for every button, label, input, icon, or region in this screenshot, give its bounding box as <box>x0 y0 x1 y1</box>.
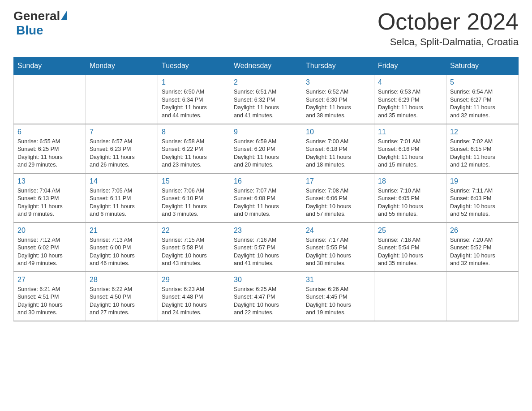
calendar-title: October 2024 <box>378 9 519 34</box>
day-info: Sunrise: 7:15 AM Sunset: 5:58 PM Dayligh… <box>162 236 226 268</box>
day-number: 5 <box>450 78 515 86</box>
day-number: 24 <box>306 227 370 235</box>
calendar-cell: 17Sunrise: 7:08 AM Sunset: 6:06 PM Dayli… <box>302 173 374 223</box>
day-number: 23 <box>234 227 298 235</box>
day-number: 2 <box>234 78 298 86</box>
calendar-cell: 13Sunrise: 7:04 AM Sunset: 6:13 PM Dayli… <box>14 173 86 223</box>
day-number: 18 <box>378 177 442 185</box>
calendar-cell: 30Sunrise: 6:25 AM Sunset: 4:47 PM Dayli… <box>230 272 302 321</box>
day-info: Sunrise: 7:01 AM Sunset: 6:16 PM Dayligh… <box>378 138 442 169</box>
day-info: Sunrise: 6:51 AM Sunset: 6:32 PM Dayligh… <box>234 88 298 120</box>
calendar-cell <box>446 272 519 321</box>
day-info: Sunrise: 7:07 AM Sunset: 6:08 PM Dayligh… <box>234 187 298 218</box>
day-number: 13 <box>17 177 82 185</box>
day-number: 31 <box>306 276 370 284</box>
calendar-cell: 2Sunrise: 6:51 AM Sunset: 6:32 PM Daylig… <box>230 75 302 124</box>
calendar-cell <box>374 272 446 321</box>
day-info: Sunrise: 6:50 AM Sunset: 6:34 PM Dayligh… <box>162 88 226 120</box>
day-info: Sunrise: 7:12 AM Sunset: 6:02 PM Dayligh… <box>17 236 82 268</box>
title-section: October 2024 Selca, Split-Dalmatia, Croa… <box>378 9 519 48</box>
day-info: Sunrise: 7:08 AM Sunset: 6:06 PM Dayligh… <box>306 187 370 218</box>
calendar-cell <box>14 75 86 124</box>
day-number: 25 <box>378 227 442 235</box>
day-number: 27 <box>17 276 82 284</box>
day-info: Sunrise: 7:06 AM Sunset: 6:10 PM Dayligh… <box>162 187 226 218</box>
day-number: 20 <box>17 227 82 235</box>
calendar-cell: 24Sunrise: 7:17 AM Sunset: 5:55 PM Dayli… <box>302 223 374 272</box>
calendar-cell: 23Sunrise: 7:16 AM Sunset: 5:57 PM Dayli… <box>230 223 302 272</box>
day-info: Sunrise: 6:57 AM Sunset: 6:23 PM Dayligh… <box>90 138 154 169</box>
day-info: Sunrise: 6:21 AM Sunset: 4:51 PM Dayligh… <box>17 286 82 317</box>
day-number: 15 <box>162 177 226 185</box>
day-number: 1 <box>162 78 226 86</box>
calendar-table: SundayMondayTuesdayWednesdayThursdayFrid… <box>13 57 519 321</box>
day-info: Sunrise: 7:00 AM Sunset: 6:18 PM Dayligh… <box>306 138 370 169</box>
day-number: 14 <box>90 177 154 185</box>
day-info: Sunrise: 6:55 AM Sunset: 6:25 PM Dayligh… <box>17 138 82 169</box>
day-info: Sunrise: 6:59 AM Sunset: 6:20 PM Dayligh… <box>234 138 298 169</box>
day-number: 21 <box>90 227 154 235</box>
day-number: 29 <box>162 276 226 284</box>
day-info: Sunrise: 7:16 AM Sunset: 5:57 PM Dayligh… <box>234 236 298 268</box>
calendar-cell: 1Sunrise: 6:50 AM Sunset: 6:34 PM Daylig… <box>158 75 230 124</box>
day-info: Sunrise: 6:53 AM Sunset: 6:29 PM Dayligh… <box>378 88 442 120</box>
calendar-cell: 29Sunrise: 6:23 AM Sunset: 4:48 PM Dayli… <box>158 272 230 321</box>
day-info: Sunrise: 6:52 AM Sunset: 6:30 PM Dayligh… <box>306 88 370 120</box>
day-number: 4 <box>378 78 442 86</box>
day-number: 3 <box>306 78 370 86</box>
day-number: 16 <box>234 177 298 185</box>
day-info: Sunrise: 7:13 AM Sunset: 6:00 PM Dayligh… <box>90 236 154 268</box>
weekday-header-monday: Monday <box>86 57 158 75</box>
weekday-header-sunday: Sunday <box>14 57 86 75</box>
calendar-cell: 3Sunrise: 6:52 AM Sunset: 6:30 PM Daylig… <box>302 75 374 124</box>
page-header: General Blue October 2024 Selca, Split-D… <box>13 9 519 48</box>
logo: General Blue <box>13 9 67 38</box>
day-number: 19 <box>450 177 515 185</box>
day-number: 6 <box>17 128 82 136</box>
calendar-cell: 19Sunrise: 7:11 AM Sunset: 6:03 PM Dayli… <box>446 173 519 223</box>
calendar-header: SundayMondayTuesdayWednesdayThursdayFrid… <box>14 57 519 75</box>
calendar-week-row: 13Sunrise: 7:04 AM Sunset: 6:13 PM Dayli… <box>14 173 519 223</box>
calendar-cell <box>86 75 158 124</box>
weekday-header-friday: Friday <box>374 57 446 75</box>
day-number: 11 <box>378 128 442 136</box>
day-info: Sunrise: 7:17 AM Sunset: 5:55 PM Dayligh… <box>306 236 370 268</box>
calendar-cell: 10Sunrise: 7:00 AM Sunset: 6:18 PM Dayli… <box>302 124 374 173</box>
day-info: Sunrise: 6:25 AM Sunset: 4:47 PM Dayligh… <box>234 286 298 317</box>
day-number: 26 <box>450 227 515 235</box>
day-info: Sunrise: 6:54 AM Sunset: 6:27 PM Dayligh… <box>450 88 515 120</box>
day-info: Sunrise: 7:10 AM Sunset: 6:05 PM Dayligh… <box>378 187 442 218</box>
calendar-cell: 7Sunrise: 6:57 AM Sunset: 6:23 PM Daylig… <box>86 124 158 173</box>
calendar-cell: 18Sunrise: 7:10 AM Sunset: 6:05 PM Dayli… <box>374 173 446 223</box>
calendar-cell: 11Sunrise: 7:01 AM Sunset: 6:16 PM Dayli… <box>374 124 446 173</box>
calendar-cell: 6Sunrise: 6:55 AM Sunset: 6:25 PM Daylig… <box>14 124 86 173</box>
calendar-cell: 8Sunrise: 6:58 AM Sunset: 6:22 PM Daylig… <box>158 124 230 173</box>
day-number: 30 <box>234 276 298 284</box>
logo-triangle-icon <box>61 10 67 20</box>
day-number: 9 <box>234 128 298 136</box>
calendar-subtitle: Selca, Split-Dalmatia, Croatia <box>378 36 519 48</box>
calendar-cell: 31Sunrise: 6:26 AM Sunset: 4:45 PM Dayli… <box>302 272 374 321</box>
day-number: 22 <box>162 227 226 235</box>
weekday-header-thursday: Thursday <box>302 57 374 75</box>
calendar-week-row: 1Sunrise: 6:50 AM Sunset: 6:34 PM Daylig… <box>14 75 519 124</box>
calendar-week-row: 6Sunrise: 6:55 AM Sunset: 6:25 PM Daylig… <box>14 124 519 173</box>
day-info: Sunrise: 7:20 AM Sunset: 5:52 PM Dayligh… <box>450 236 515 268</box>
day-number: 12 <box>450 128 515 136</box>
calendar-cell: 9Sunrise: 6:59 AM Sunset: 6:20 PM Daylig… <box>230 124 302 173</box>
day-number: 17 <box>306 177 370 185</box>
logo-general-text: General <box>13 9 60 23</box>
calendar-cell: 20Sunrise: 7:12 AM Sunset: 6:02 PM Dayli… <box>14 223 86 272</box>
day-info: Sunrise: 6:22 AM Sunset: 4:50 PM Dayligh… <box>90 286 154 317</box>
calendar-cell: 4Sunrise: 6:53 AM Sunset: 6:29 PM Daylig… <box>374 75 446 124</box>
calendar-cell: 27Sunrise: 6:21 AM Sunset: 4:51 PM Dayli… <box>14 272 86 321</box>
day-info: Sunrise: 7:18 AM Sunset: 5:54 PM Dayligh… <box>378 236 442 268</box>
day-info: Sunrise: 7:11 AM Sunset: 6:03 PM Dayligh… <box>450 187 515 218</box>
logo-blue-text: Blue <box>16 23 43 37</box>
calendar-cell: 26Sunrise: 7:20 AM Sunset: 5:52 PM Dayli… <box>446 223 519 272</box>
calendar-cell: 14Sunrise: 7:05 AM Sunset: 6:11 PM Dayli… <box>86 173 158 223</box>
calendar-body: 1Sunrise: 6:50 AM Sunset: 6:34 PM Daylig… <box>14 75 519 321</box>
day-info: Sunrise: 7:02 AM Sunset: 6:15 PM Dayligh… <box>450 138 515 169</box>
day-info: Sunrise: 6:58 AM Sunset: 6:22 PM Dayligh… <box>162 138 226 169</box>
calendar-cell: 15Sunrise: 7:06 AM Sunset: 6:10 PM Dayli… <box>158 173 230 223</box>
